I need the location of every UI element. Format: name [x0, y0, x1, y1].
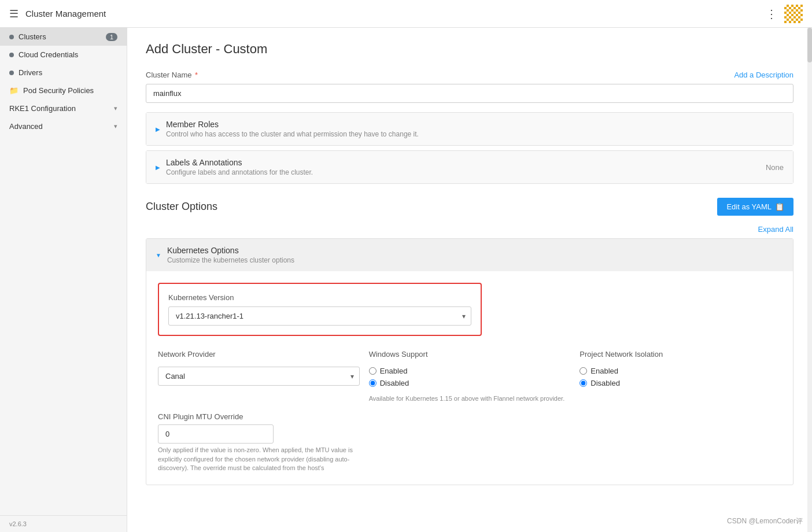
- cloud-dot-icon: [9, 53, 14, 57]
- app-title: Cluster Management: [25, 9, 106, 19]
- rke1-chevron-icon: ▾: [114, 105, 117, 112]
- sidebar-item-pod-left: 📁 Pod Security Policies: [9, 86, 94, 95]
- top-bar: ☰ Cluster Management ⋮: [0, 0, 812, 28]
- project-disabled-radio[interactable]: [580, 379, 587, 387]
- windows-support-note: Available for Kubernetes 1.15 or above w…: [369, 394, 571, 403]
- clusters-badge: 1: [106, 33, 117, 41]
- cluster-name-input[interactable]: [146, 84, 793, 103]
- labels-section: ▶ Labels & Annotations Configure labels …: [146, 150, 793, 184]
- edit-yaml-button[interactable]: Edit as YAML 📋: [717, 198, 793, 216]
- cluster-options-title: Cluster Options: [146, 201, 217, 213]
- edit-yaml-label: Edit as YAML: [726, 202, 772, 211]
- page-title: Add Cluster - Custom: [146, 42, 793, 57]
- windows-enabled-radio[interactable]: [369, 367, 377, 375]
- sidebar-item-clusters[interactable]: Clusters 1: [0, 28, 127, 46]
- project-enabled-label: Enabled: [590, 367, 618, 375]
- cni-note: Only applied if the value is non-zero. W…: [158, 446, 366, 472]
- sidebar-pod-label: Pod Security Policies: [23, 86, 94, 95]
- sidebar-item-advanced[interactable]: Advanced ▾: [0, 117, 127, 135]
- project-disabled-option[interactable]: Disabled: [580, 379, 781, 387]
- more-options-icon[interactable]: ⋮: [766, 7, 777, 21]
- k8s-options-body: Kubernetes Version v1.21.13-rancher1-1 ▾…: [146, 271, 793, 485]
- network-provider-group: Network Provider Canal ▾: [158, 350, 360, 386]
- project-network-label: Project Network Isolation: [580, 350, 781, 359]
- k8s-version-select-wrapper: v1.21.13-rancher1-1 ▾: [168, 306, 471, 326]
- sidebar-item-cloud-credentials[interactable]: Cloud Credentials: [0, 46, 127, 64]
- project-network-group: Project Network Isolation Enabled Disabl…: [580, 350, 781, 387]
- k8s-options-header[interactable]: ▼ Kubernetes Options Customize the kuber…: [146, 239, 793, 271]
- sidebar-item-clusters-left: Clusters: [9, 32, 46, 41]
- project-enabled-radio[interactable]: [580, 367, 587, 375]
- member-roles-section: ▶ Member Roles Control who has access to…: [146, 112, 793, 146]
- k8s-options-subtitle: Customize the kubernetes cluster options: [167, 256, 294, 264]
- k8s-arrow-icon: ▼: [156, 252, 161, 258]
- labels-title: Labels & Annotations: [166, 158, 313, 167]
- windows-disabled-radio[interactable]: [369, 379, 377, 387]
- sidebar: Clusters 1 Cloud Credentials Drivers 📁 P…: [0, 28, 127, 532]
- sidebar-clusters-label: Clusters: [19, 32, 46, 41]
- clusters-dot-icon: [9, 35, 14, 39]
- cluster-options-header: Cluster Options Edit as YAML 📋: [146, 198, 793, 216]
- sidebar-item-cloud-left: Cloud Credentials: [9, 50, 78, 59]
- top-bar-right: ⋮: [766, 5, 803, 23]
- watermark: CSDN @LemonCoder评: [727, 516, 803, 526]
- project-radio-group: Enabled Disabled: [580, 367, 781, 387]
- options-grid: Network Provider Canal ▾ Windows Support: [158, 350, 781, 403]
- cluster-name-label-group: Cluster Name *: [146, 71, 198, 79]
- labels-subtitle: Configure labels and annotations for the…: [166, 168, 313, 176]
- labels-arrow-icon: ▶: [156, 164, 160, 171]
- add-description-link[interactable]: Add a Description: [734, 71, 793, 79]
- labels-header[interactable]: ▶ Labels & Annotations Configure labels …: [146, 151, 793, 183]
- cni-section: CNI Plugin MTU Override Only applied if …: [158, 412, 781, 472]
- cluster-options-actions: Edit as YAML 📋: [717, 198, 793, 216]
- sidebar-item-rke1[interactable]: RKE1 Configuration ▾: [0, 99, 127, 117]
- network-provider-select-wrapper: Canal ▾: [158, 367, 360, 386]
- hamburger-menu-icon[interactable]: ☰: [9, 8, 19, 20]
- expand-all-link[interactable]: Expand All: [758, 225, 793, 234]
- member-roles-text: Member Roles Control who has access to t…: [166, 120, 419, 138]
- project-enabled-option[interactable]: Enabled: [580, 367, 781, 375]
- sidebar-advanced-label: Advanced: [9, 122, 43, 131]
- cni-input[interactable]: [158, 424, 274, 444]
- member-roles-header[interactable]: ▶ Member Roles Control who has access to…: [146, 113, 793, 145]
- k8s-version-select[interactable]: v1.21.13-rancher1-1: [168, 306, 471, 326]
- cni-label: CNI Plugin MTU Override: [158, 412, 781, 421]
- member-roles-title: Member Roles: [166, 120, 419, 129]
- labels-text: Labels & Annotations Configure labels an…: [166, 158, 313, 176]
- scrollbar-track: [807, 28, 812, 532]
- sidebar-item-drivers[interactable]: Drivers: [0, 64, 127, 82]
- windows-enabled-option[interactable]: Enabled: [369, 367, 571, 375]
- windows-radio-group: Enabled Disabled: [369, 367, 571, 387]
- member-roles-arrow-icon: ▶: [156, 126, 160, 132]
- network-provider-label: Network Provider: [158, 350, 360, 359]
- windows-enabled-label: Enabled: [380, 367, 408, 375]
- k8s-version-label: Kubernetes Version: [168, 293, 471, 302]
- k8s-options-text: Kubernetes Options Customize the kuberne…: [167, 246, 294, 264]
- k8s-options-title: Kubernetes Options: [167, 246, 294, 255]
- sidebar-item-pod-security[interactable]: 📁 Pod Security Policies: [0, 82, 127, 99]
- sidebar-item-drivers-left: Drivers: [9, 68, 42, 77]
- advanced-chevron-icon: ▾: [114, 123, 117, 130]
- sidebar-rke1-label: RKE1 Configuration: [9, 104, 76, 113]
- required-mark: *: [195, 71, 198, 79]
- k8s-options-section: ▼ Kubernetes Options Customize the kuber…: [146, 238, 793, 485]
- version-label: v2.6.3: [9, 520, 27, 527]
- drivers-dot-icon: [9, 71, 14, 75]
- folder-icon: 📁: [9, 86, 19, 95]
- network-provider-select[interactable]: Canal: [158, 367, 360, 386]
- k8s-version-box: Kubernetes Version v1.21.13-rancher1-1 ▾: [158, 283, 482, 336]
- scrollbar-thumb[interactable]: [807, 28, 812, 62]
- main-layout: Clusters 1 Cloud Credentials Drivers 📁 P…: [0, 28, 812, 532]
- windows-disabled-label: Disabled: [380, 379, 409, 387]
- project-disabled-label: Disabled: [590, 379, 620, 387]
- cluster-name-row: Cluster Name * Add a Description: [146, 71, 793, 79]
- member-roles-subtitle: Control who has access to the cluster an…: [166, 130, 419, 138]
- main-content: Add Cluster - Custom Cluster Name * Add …: [127, 28, 812, 532]
- sidebar-drivers-label: Drivers: [19, 68, 42, 77]
- windows-support-group: Windows Support Enabled Disabled Ava: [369, 350, 571, 403]
- version-bar: v2.6.3: [0, 515, 127, 532]
- brand-logo: [784, 5, 803, 23]
- windows-disabled-option[interactable]: Disabled: [369, 379, 571, 387]
- windows-support-label: Windows Support: [369, 350, 571, 359]
- top-bar-left: ☰ Cluster Management: [9, 8, 106, 20]
